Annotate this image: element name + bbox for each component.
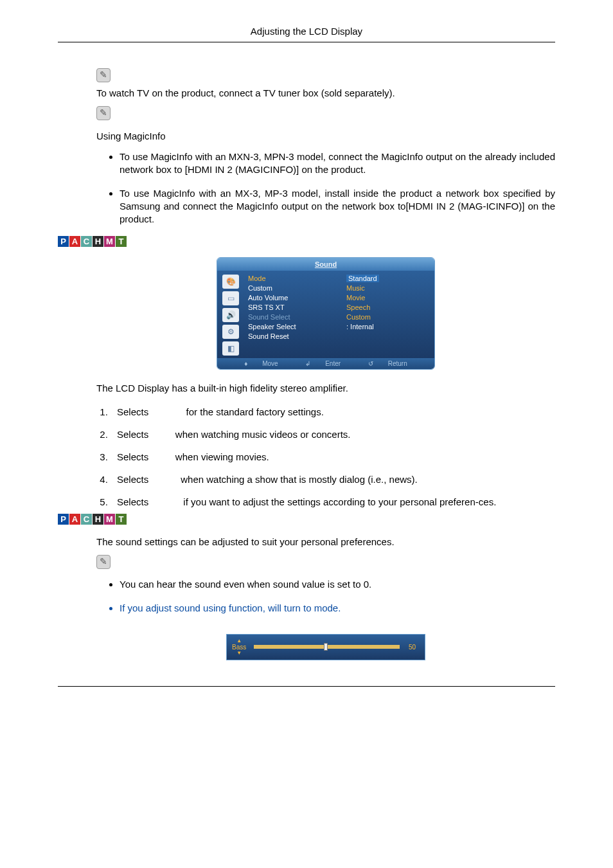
settings-icon: ⚙ [222,325,239,339]
badge-c: C [81,514,92,525]
badge-t: T [116,514,127,525]
osd-footer-enter: ↲ Enter [299,360,347,367]
osd-footer-move: ♦ Move [238,360,284,367]
slider-value: 50 [409,644,416,651]
list-item: Selects when viewing movies. [111,451,555,462]
list-item: You can hear the sound even when sound v… [120,578,555,591]
list-item: Selects for the standard factory setting… [111,406,555,417]
display-icon: ▭ [222,291,239,305]
list-prefix: Selects [117,429,151,440]
list-suffix: if you want to adjust the settings accor… [181,496,496,507]
osd-value-music: Music [346,284,429,292]
list-prefix: Selects [117,451,151,462]
list-prefix: Selects [117,406,151,417]
page-header-title: Adjusting the LCD Display [58,26,555,42]
list-suffix: when watching a show that is mostly dial… [178,474,418,485]
badge-h: H [93,514,103,525]
list-suffix: for the standard factory settings. [183,406,323,417]
osd-item-custom: Custom [248,284,331,292]
badge-p: P [58,236,69,247]
osd-value-speech: Speech [346,303,429,311]
osd-item-speakerselect: Speaker Select [248,323,331,330]
note-icon [96,68,111,82]
note-icon [96,106,111,120]
note-icon [96,555,111,569]
updown-icon: ♦ [244,360,247,367]
osd-left-column: Mode Custom Auto Volume SRS TS XT Sound … [248,275,331,356]
list-suffix: when watching music videos or concerts. [173,429,351,440]
badge-a: A [69,236,80,247]
osd-value-custom: Custom [346,313,429,321]
list-item: Selects when watching music videos or co… [111,429,555,440]
osd-item-srs: SRS TS XT [248,303,331,311]
badge-a: A [69,514,80,525]
osd-item-mode: Mode [248,275,331,282]
custom-intro-text: The sound settings can be adjusted to su… [96,535,555,548]
badge-p: P [58,514,69,525]
list-item: To use MagicInfo with an MX-3, MP-3 mode… [120,187,555,226]
return-icon: ↺ [368,360,373,367]
osd-footer: ♦ Move ↲ Enter ↺ Return [217,358,434,369]
footer-divider [58,686,555,687]
magicinfo-heading: Using MagicInfo [96,131,555,141]
badge-m: M [104,514,115,525]
custom-notes-list: You can hear the sound even when sound v… [120,578,555,615]
list-prefix: Selects [117,474,151,485]
sound-mode-list: Selects for the standard factory setting… [111,406,555,507]
osd-value-internal: : Internal [346,323,429,330]
osd-item-autovolume: Auto Volume [248,294,331,302]
list-item: If you adjust sound using function, will… [120,602,555,615]
slider-thumb [324,643,328,651]
badge-c: C [81,236,92,247]
list-item: Selects when watching a show that is mos… [111,474,555,485]
list-suffix: when viewing movies. [173,451,269,462]
osd-value-standard: Standard [346,275,379,282]
osd-item-soundselect: Sound Select [248,313,331,321]
arrow-up-icon: ▲ [236,638,242,644]
note-block-3 [96,555,555,569]
enter-icon: ↲ [305,360,310,367]
list-item: Selects if you want to adjust the settin… [111,496,555,507]
input-mode-badges: P A C H M T [58,236,555,247]
osd-right-column: Standard Music Movie Speech Custom : Int… [346,275,429,356]
osd-value-movie: Movie [346,294,429,302]
osd-sound-menu: Sound 🎨 ▭ 🔊 ⚙ ◧ Mode Custom Auto Volume [217,257,435,370]
osd-side-icons: 🎨 ▭ 🔊 ⚙ ◧ [222,275,239,356]
note-block-2 [96,106,555,120]
arrow-down-icon: ▼ [236,651,242,656]
badge-h: H [93,236,103,247]
list-prefix: Selects [117,496,151,507]
osd-slider-bass: ▲ Bass ▼ 50 [226,634,425,660]
amplifier-text: The LCD Display has a built-in high fide… [96,381,555,395]
tv-tuner-note-text: To watch TV on the product, connect a TV… [96,86,555,100]
input-mode-badges-2: P A C H M T [58,514,555,525]
palette-icon: 🎨 [222,275,239,289]
sound-icon: 🔊 [222,308,239,322]
osd-item-soundreset: Sound Reset [248,332,331,340]
multi-icon: ◧ [222,341,239,356]
badge-m: M [104,236,115,247]
osd-title: Sound [217,258,434,271]
note-block-1 [96,68,555,82]
slider-track [254,645,400,649]
badge-t: T [116,236,127,247]
magicinfo-bullet-list: To use MagicInfo with an MXN-3, MPN-3 mo… [120,150,555,226]
osd-footer-return: ↺ Return [362,360,414,367]
list-item: To use MagicInfo with an MXN-3, MPN-3 mo… [120,150,555,177]
